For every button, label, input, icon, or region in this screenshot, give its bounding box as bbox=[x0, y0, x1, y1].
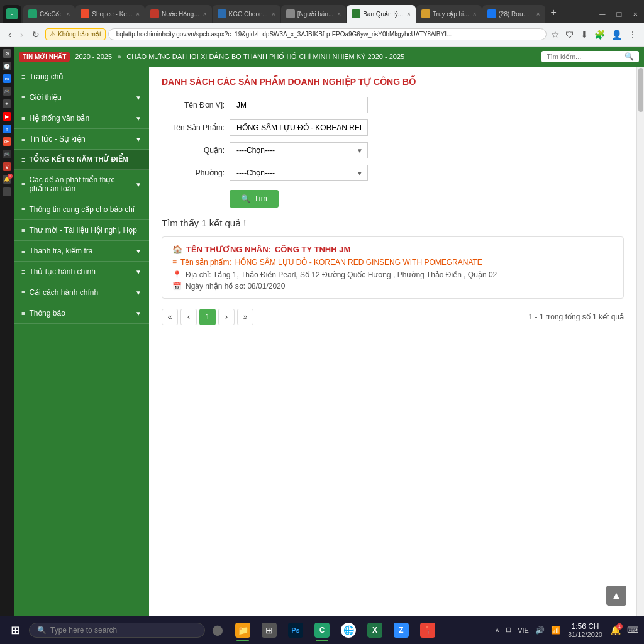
website-content: TIN MỚI NHẤT 2020 - 2025 ● CHÀO MỪNG ĐẠI… bbox=[14, 47, 644, 616]
nav-item-thu-moi[interactable]: ≡ Thư mời - Tài liệu Hội nghị, Họp bbox=[14, 220, 149, 241]
pagination: « ‹ 1 › » 1 - 1 trong tổng số 1 kết quả bbox=[162, 309, 624, 325]
scroll-top-button[interactable]: ▲ bbox=[606, 586, 626, 606]
page-1[interactable]: 1 bbox=[199, 309, 216, 325]
ext-more[interactable]: ··· bbox=[3, 187, 11, 196]
product-name: HỒNG SÂM LỰU ĐỎ - KOREAN RED GINSENG WIT… bbox=[235, 258, 482, 267]
nav-item-gioi-thieu[interactable]: ≡ Giới thiệu ▼ bbox=[14, 87, 149, 108]
page-next[interactable]: › bbox=[218, 309, 235, 325]
calendar-icon: 📅 bbox=[172, 282, 182, 291]
tray-taskview-icon[interactable]: ⊟ bbox=[503, 623, 514, 636]
nav-item-trang-chu[interactable]: ≡ Trang chủ bbox=[14, 67, 149, 87]
tray-network[interactable]: 📶 bbox=[548, 623, 563, 637]
news-badge: TIN MỚI NHẤT bbox=[19, 52, 70, 62]
tab-shopee[interactable]: Shopee - Ke... × bbox=[75, 5, 145, 23]
content-scrollbar[interactable] bbox=[636, 67, 644, 616]
taskbar-search-text: Type here to search bbox=[50, 626, 117, 635]
ext-add[interactable]: + bbox=[3, 99, 11, 108]
ext-notification[interactable]: 🔔 1 bbox=[3, 175, 11, 184]
nav-item-thanh-tra[interactable]: ≡ Thanh tra, kiểm tra ▼ bbox=[14, 241, 149, 262]
page-prev[interactable]: ‹ bbox=[180, 309, 197, 325]
tab-nuoc-hong[interactable]: Nước Hồng... × bbox=[145, 5, 212, 23]
site-search-icon[interactable]: 🔍 bbox=[625, 52, 634, 61]
tab-kgc[interactable]: KGC Cheon... × bbox=[213, 5, 280, 23]
ext-settings[interactable]: ⚙ bbox=[3, 49, 11, 58]
tab-round[interactable]: (28) Round... × bbox=[482, 5, 545, 23]
pagination-info: 1 - 1 trong tổng số 1 kết quả bbox=[529, 313, 624, 321]
taskbar-app-explorer[interactable]: 📁 bbox=[230, 618, 255, 643]
taskbar-app-taskview[interactable]: ⊞ bbox=[257, 618, 282, 643]
tray-expand[interactable]: ∧ bbox=[492, 624, 502, 636]
taskbar-search-icon: 🔍 bbox=[37, 626, 47, 635]
page-title: DANH SÁCH CÁC SẢN PHẨM DOANH NGHIỆP TỰ C… bbox=[162, 77, 624, 87]
forward-button[interactable]: › bbox=[17, 28, 26, 41]
taskbar-app-chrome[interactable]: 🌐 bbox=[336, 618, 361, 643]
bookmark-icon[interactable]: ☆ bbox=[549, 27, 561, 42]
nav-item-thong-bao[interactable]: ≡ Thông báo ▼ bbox=[14, 303, 149, 324]
tray-lang[interactable]: VIE bbox=[515, 624, 531, 636]
phuong-label: Phường: bbox=[162, 169, 225, 177]
download-icon[interactable]: ⬇ bbox=[579, 28, 590, 42]
browser-logo[interactable]: C bbox=[3, 5, 21, 23]
date-value: 08/01/2020 bbox=[247, 282, 285, 291]
search-button[interactable]: 🔍 Tìm bbox=[230, 190, 279, 208]
nav-item-tong-ket[interactable]: ≡ TỔNG KẾT 03 NĂM THỬ ĐIỂM bbox=[14, 150, 149, 170]
shield-icon[interactable]: 🛡 bbox=[564, 28, 576, 42]
browser-tab-bar: C CốcCốc × Shopee - Ke... × Nước Hồng...… bbox=[0, 0, 644, 23]
refresh-button[interactable]: ↻ bbox=[29, 28, 43, 41]
ext-shop[interactable]: 🛍 bbox=[3, 137, 11, 146]
taskbar-app-coccoc[interactable]: C bbox=[309, 618, 335, 643]
tray-time[interactable]: 1:56 CH 31/12/2020 bbox=[564, 621, 606, 640]
don-vi-input[interactable] bbox=[230, 97, 368, 113]
account-icon[interactable]: 👤 bbox=[609, 28, 624, 42]
left-navigation: ≡ Trang chủ ≡ Giới thiệu ▼ ≡ bbox=[14, 67, 149, 616]
tray-notification[interactable]: 🔔 1 bbox=[608, 623, 623, 638]
result-card: 🏠 TÊN THƯƠNG NHÂN: CÔNG TY TNHH JM ≡ Tên… bbox=[162, 236, 624, 299]
start-button[interactable]: ⊞ bbox=[3, 618, 28, 643]
ext-youtube[interactable]: ▶ bbox=[3, 112, 11, 121]
back-button[interactable]: ‹ bbox=[5, 28, 14, 41]
tab-nguoi-ban[interactable]: [Người bán... × bbox=[281, 5, 346, 23]
taskbar-app-maps[interactable]: 📍 bbox=[415, 618, 440, 643]
cortana-button[interactable]: ⬤ bbox=[206, 619, 229, 641]
new-tab-button[interactable]: + bbox=[546, 7, 562, 18]
site-header: TIN MỚI NHẤT 2020 - 2025 ● CHÀO MỪNG ĐẠI… bbox=[14, 47, 644, 67]
ext-game[interactable]: 🎮 bbox=[3, 87, 11, 96]
ext-vtv[interactable]: V bbox=[3, 162, 11, 171]
menu-icon[interactable]: ⋮ bbox=[626, 28, 639, 42]
nav-item-cai-cach[interactable]: ≡ Cải cách hành chính ▼ bbox=[14, 282, 149, 303]
tab-ban-quan-ly[interactable]: Ban Quản lý... × bbox=[347, 5, 416, 23]
ext-messenger[interactable]: m bbox=[3, 74, 11, 83]
tray-keyboard[interactable]: ⌨ bbox=[625, 623, 641, 637]
tab-truy-cap[interactable]: Truy cập bi... × bbox=[416, 5, 482, 23]
result-product-row: ≡ Tên sản phẩm: HỒNG SÂM LỰU ĐỎ - KOREAN… bbox=[172, 258, 613, 267]
extension-icon[interactable]: 🧩 bbox=[592, 28, 607, 42]
ext-history[interactable]: 🕐 bbox=[3, 62, 11, 70]
taskbar-app-zoom[interactable]: Z bbox=[389, 618, 414, 643]
tab-coccoc[interactable]: CốcCốc × bbox=[23, 5, 75, 23]
site-search-input[interactable] bbox=[547, 53, 622, 60]
search-form: Tên Đơn Vị: Tên Sản Phẩm: Quận: ----Ch bbox=[162, 97, 624, 208]
page-first[interactable]: « bbox=[162, 309, 178, 325]
nav-item-de-an[interactable]: ≡ Các đề án phát triển thực phẩm an toàn… bbox=[14, 170, 149, 199]
nav-item-tin-tuc[interactable]: ≡ Tin tức - Sự kiện ▼ bbox=[14, 129, 149, 150]
taskbar-app-photoshop[interactable]: Ps bbox=[283, 618, 308, 643]
address-text: bqlattp.hochiminhcity.gov.vn/spcb.aspx?c… bbox=[116, 31, 538, 38]
tray-volume[interactable]: 🔊 bbox=[533, 623, 547, 637]
nav-item-thong-tin[interactable]: ≡ Thông tin cung cấp cho báo chí bbox=[14, 199, 149, 220]
restore-button[interactable]: □ bbox=[613, 8, 626, 20]
result-date-row: 📅 Ngày nhận hồ sơ: 08/01/2020 bbox=[172, 282, 613, 291]
taskbar-search[interactable]: 🔍 Type here to search bbox=[29, 623, 205, 638]
nav-item-he-thong-van-ban[interactable]: ≡ Hệ thống văn bản ▼ bbox=[14, 108, 149, 129]
page-last[interactable]: » bbox=[237, 309, 253, 325]
quan-select[interactable]: ----Chọn---- bbox=[230, 142, 368, 158]
close-button[interactable]: × bbox=[629, 8, 641, 20]
taskbar-app-excel[interactable]: X bbox=[362, 618, 387, 643]
nav-item-thu-tuc[interactable]: ≡ Thủ tục hành chính ▼ bbox=[14, 262, 149, 282]
minimize-button[interactable]: ─ bbox=[596, 8, 609, 20]
ext-game2[interactable]: 🎮 bbox=[3, 150, 11, 158]
address-bar[interactable]: bqlattp.hochiminhcity.gov.vn/spcb.aspx?c… bbox=[108, 28, 547, 40]
san-pham-input[interactable] bbox=[230, 119, 368, 136]
site-search-box[interactable]: 🔍 bbox=[541, 51, 639, 62]
ext-facebook[interactable]: f bbox=[3, 125, 11, 133]
phuong-select[interactable]: ----Chọn---- bbox=[230, 165, 368, 181]
